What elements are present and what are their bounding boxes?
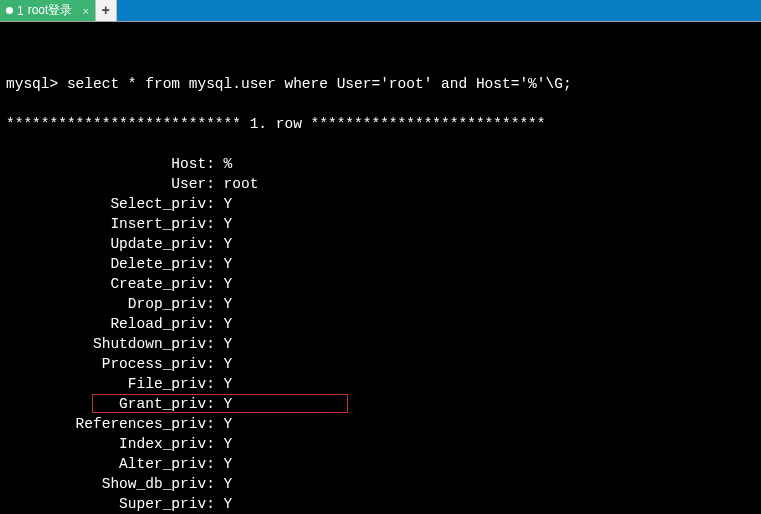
- field-row: Update_priv: Y: [6, 234, 755, 254]
- terminal-output[interactable]: mysql> select * from mysql.user where Us…: [0, 22, 761, 514]
- sql-command: select * from mysql.user where User='roo…: [67, 76, 572, 92]
- tab-label: root登录: [28, 2, 73, 19]
- field-row: Host: %: [6, 154, 755, 174]
- field-row: References_priv: Y: [6, 414, 755, 434]
- field-drop_priv: Drop_priv: Y: [6, 296, 232, 312]
- field-row: Insert_priv: Y: [6, 214, 755, 234]
- field-update_priv: Update_priv: Y: [6, 236, 232, 252]
- result-fields: Host: % User: root Select_priv: Y Insert…: [6, 154, 755, 514]
- field-alter_priv: Alter_priv: Y: [6, 456, 232, 472]
- field-row: Create_priv: Y: [6, 274, 755, 294]
- field-row: Alter_priv: Y: [6, 454, 755, 474]
- field-host: Host: %: [6, 156, 232, 172]
- field-row: Shutdown_priv: Y: [6, 334, 755, 354]
- field-insert_priv: Insert_priv: Y: [6, 216, 232, 232]
- field-row: Reload_priv: Y: [6, 314, 755, 334]
- row-separator: *************************** 1. row *****…: [6, 114, 755, 134]
- add-tab-button[interactable]: +: [95, 0, 117, 21]
- field-row: Drop_priv: Y: [6, 294, 755, 314]
- field-row: Grant_priv: Y: [6, 394, 755, 414]
- field-reload_priv: Reload_priv: Y: [6, 316, 232, 332]
- close-icon[interactable]: ×: [82, 5, 88, 17]
- tab-bar: 1 root登录 × +: [0, 0, 761, 22]
- field-file_priv: File_priv: Y: [6, 376, 232, 392]
- plus-icon: +: [102, 3, 110, 19]
- field-super_priv: Super_priv: Y: [6, 496, 232, 512]
- field-row: Process_priv: Y: [6, 354, 755, 374]
- field-row: Delete_priv: Y: [6, 254, 755, 274]
- field-select_priv: Select_priv: Y: [6, 196, 232, 212]
- field-references_priv: References_priv: Y: [6, 416, 232, 432]
- field-row: Super_priv: Y: [6, 494, 755, 514]
- tab-status-icon: [6, 7, 13, 14]
- tab-active[interactable]: 1 root登录 ×: [0, 0, 95, 21]
- field-delete_priv: Delete_priv: Y: [6, 256, 232, 272]
- field-create_priv: Create_priv: Y: [6, 276, 232, 292]
- field-grant_priv: Grant_priv: Y: [6, 396, 232, 412]
- field-index_priv: Index_priv: Y: [6, 436, 232, 452]
- field-process_priv: Process_priv: Y: [6, 356, 232, 372]
- field-show_db_priv: Show_db_priv: Y: [6, 476, 232, 492]
- mysql-prompt: mysql>: [6, 76, 58, 92]
- field-row: Show_db_priv: Y: [6, 474, 755, 494]
- tab-index: 1: [17, 4, 24, 18]
- field-row: User: root: [6, 174, 755, 194]
- field-shutdown_priv: Shutdown_priv: Y: [6, 336, 232, 352]
- field-user: User: root: [6, 176, 258, 192]
- field-row: File_priv: Y: [6, 374, 755, 394]
- field-row: Index_priv: Y: [6, 434, 755, 454]
- field-row: Select_priv: Y: [6, 194, 755, 214]
